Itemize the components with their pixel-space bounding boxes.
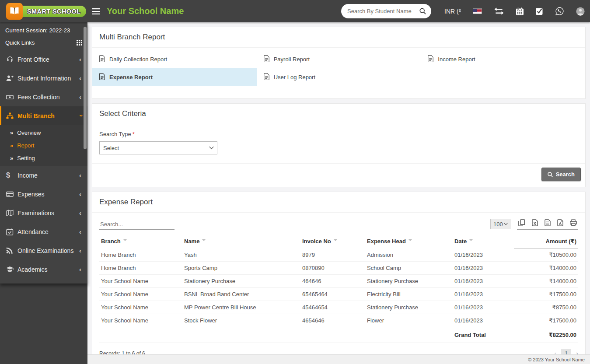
multi-branch-report-card: Multi Branch Report Daily Collection Rep… xyxy=(92,27,586,99)
print-icon[interactable] xyxy=(570,219,577,226)
column-header-branch[interactable]: Branch xyxy=(99,234,182,248)
calendar-icon[interactable] xyxy=(516,7,524,15)
sitemap-icon xyxy=(6,112,17,119)
file-icon xyxy=(99,73,105,81)
chevron-left-icon: ‹ xyxy=(79,56,81,63)
top-header: SMART SCHOOL Your School Name INR (₹) xyxy=(0,0,590,22)
expense-table: Branch Name Invoice No Expense Head Date… xyxy=(99,234,578,343)
sidebar-item-online-examinations[interactable]: Online Examinations‹ xyxy=(0,241,87,260)
pdf-export-icon[interactable] xyxy=(557,219,563,226)
table-row[interactable]: Your School NameBSNL Broad Band Center65… xyxy=(99,288,578,301)
prev-page-icon[interactable]: ‹ xyxy=(554,350,556,355)
sidebar-item-expenses[interactable]: Expenses‹ xyxy=(0,185,87,203)
excel-export-icon[interactable] xyxy=(532,219,538,226)
table-row[interactable]: Home BranchSports Camp0870890School Camp… xyxy=(99,262,578,275)
required-asterisk: * xyxy=(133,131,135,137)
credit-card-icon xyxy=(6,191,17,197)
copy-icon[interactable] xyxy=(518,219,525,226)
sidebar-item-lesson-plan[interactable]: Lesson Plan‹ xyxy=(0,279,87,284)
sidebar-item-examinations[interactable]: Examinations‹ xyxy=(0,203,87,222)
chevron-left-icon: ‹ xyxy=(79,210,81,216)
headset-icon xyxy=(6,56,17,63)
app-logo[interactable]: SMART SCHOOL xyxy=(0,0,87,22)
sidebar-item-income[interactable]: $ Income‹ xyxy=(0,166,87,185)
submenu-item-overview[interactable]: » Overview xyxy=(0,126,87,139)
currency-label[interactable]: INR (₹) xyxy=(444,8,461,15)
search-button[interactable]: Search xyxy=(541,168,581,181)
sort-caret-icon xyxy=(408,239,412,243)
banknote-icon xyxy=(6,94,17,101)
logo-text: SMART SCHOOL xyxy=(15,6,86,17)
multi-branch-submenu: » Overview » Report » Setting xyxy=(0,125,87,166)
sidebar-item-front-office[interactable]: Front Office‹ xyxy=(0,50,87,69)
branch-switch-icon[interactable] xyxy=(494,7,504,15)
search-type-select[interactable]: Select xyxy=(99,141,217,154)
grand-total-row: Grand Total ₹82250.00 xyxy=(99,327,578,343)
whatsapp-icon[interactable] xyxy=(555,7,564,15)
sort-caret-icon xyxy=(469,239,473,243)
calendar-check-icon xyxy=(6,228,17,235)
column-header-amount[interactable]: Amount (₹) xyxy=(514,234,578,248)
chevron-left-icon: ‹ xyxy=(79,75,81,81)
link-daily-collection-report[interactable]: Daily Collection Report xyxy=(92,50,257,68)
link-expense-report[interactable]: Expense Report xyxy=(92,68,257,86)
logo-book-icon xyxy=(6,3,23,20)
search-type-label: Search Type* xyxy=(99,131,578,137)
double-angle-icon: » xyxy=(10,142,13,149)
todo-check-icon[interactable] xyxy=(536,7,543,15)
double-angle-icon: » xyxy=(10,155,13,161)
link-income-report[interactable]: Income Report xyxy=(421,50,585,68)
column-header-expense-head[interactable]: Expense Head xyxy=(365,234,453,248)
file-icon xyxy=(264,55,269,63)
card-title: Select Criteria xyxy=(92,104,585,124)
link-user-log-report[interactable]: User Log Report xyxy=(257,68,421,86)
graduation-cap-icon xyxy=(6,266,17,273)
column-header-name[interactable]: Name xyxy=(182,234,300,248)
column-header-date[interactable]: Date xyxy=(453,234,514,248)
chevron-left-icon: ‹ xyxy=(79,94,81,100)
table-row[interactable]: Your School NameStationery Purchase46464… xyxy=(99,275,578,288)
page-number[interactable]: 1 xyxy=(561,349,571,354)
next-page-icon[interactable]: › xyxy=(576,350,578,355)
submenu-item-report[interactable]: » Report xyxy=(0,139,87,152)
language-flag-icon[interactable] xyxy=(473,8,482,14)
sort-caret-icon xyxy=(202,239,206,243)
table-row[interactable]: Home BranchYash8979Admission01/16/2023₹1… xyxy=(99,248,578,262)
export-toolbar xyxy=(517,218,578,230)
menu-toggle-icon[interactable] xyxy=(92,8,100,14)
file-icon xyxy=(264,73,269,81)
chevron-left-icon: ‹ xyxy=(79,228,81,235)
submenu-item-setting[interactable]: » Setting xyxy=(0,152,87,164)
column-header-invoice-no[interactable]: Invoice No xyxy=(300,234,365,248)
table-search-input[interactable] xyxy=(99,219,175,230)
grand-total-value: ₹82250.00 xyxy=(514,327,578,343)
page-size-select[interactable]: 100 xyxy=(490,219,511,229)
sidebar-scrollbar[interactable] xyxy=(84,27,87,149)
pagination: ‹ 1 › xyxy=(554,349,578,354)
chevron-left-icon: ‹ xyxy=(79,247,81,254)
file-icon xyxy=(428,55,433,63)
file-icon xyxy=(99,55,105,63)
user-avatar[interactable] xyxy=(576,7,585,16)
link-payroll-report[interactable]: Payroll Report xyxy=(257,50,421,68)
table-row[interactable]: Your School NameMP Power Centre Bill Hou… xyxy=(99,301,578,314)
rss-icon xyxy=(6,247,17,254)
quick-links-grid-icon[interactable] xyxy=(77,40,82,46)
csv-export-icon[interactable] xyxy=(545,219,551,226)
user-plus-icon xyxy=(6,75,17,81)
chevron-left-icon: ‹ xyxy=(79,191,81,197)
table-row[interactable]: Your School NameStock Flower4654646Flowe… xyxy=(99,314,578,327)
select-criteria-card: Select Criteria Search Type* Select Sear… xyxy=(92,103,586,187)
sidebar-item-fees-collection[interactable]: Fees Collection‹ xyxy=(0,88,87,106)
sidebar-menu: Current Session: 2022-23 Quick Links Fro… xyxy=(0,22,87,284)
sidebar-item-attendance[interactable]: Attendance‹ xyxy=(0,222,87,241)
sort-caret-icon xyxy=(123,239,127,243)
student-search-input[interactable] xyxy=(346,7,419,15)
sidebar-item-academics[interactable]: Academics‹ xyxy=(0,260,87,279)
search-icon[interactable] xyxy=(419,8,426,14)
sidebar-item-student-information[interactable]: Student Information‹ xyxy=(0,69,87,88)
sort-caret-icon xyxy=(334,239,337,243)
sidebar-item-multi-branch[interactable]: Multi Branch‹ xyxy=(0,106,87,125)
chevron-left-icon: ‹ xyxy=(79,266,81,273)
table-header-row: Branch Name Invoice No Expense Head Date… xyxy=(99,234,578,248)
